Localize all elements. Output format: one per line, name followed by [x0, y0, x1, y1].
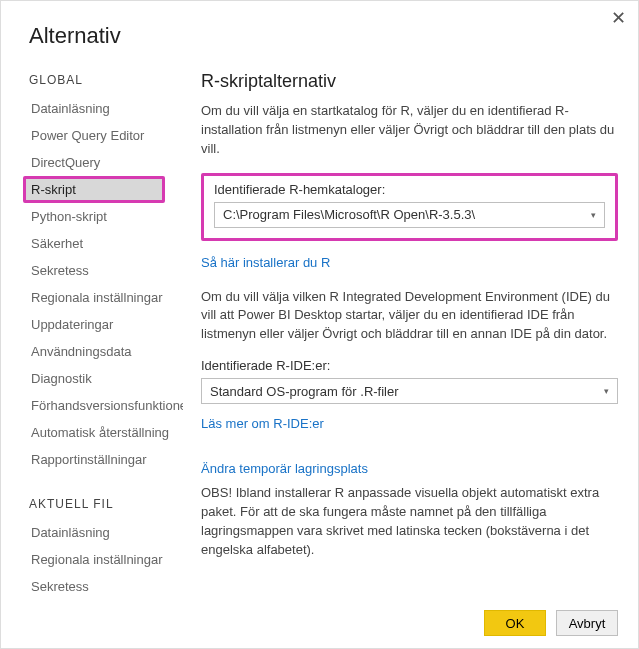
sidebar-item-diagnostik[interactable]: Diagnostik	[23, 365, 183, 392]
r-ide-label: Identifierade R-IDE:er:	[201, 358, 618, 373]
r-home-dropdown[interactable]: C:\Program Files\Microsoft\R Open\R-3.5.…	[214, 202, 605, 228]
sidebar-item-sakerhet[interactable]: Säkerhet	[23, 230, 183, 257]
r-home-highlight: Identifierade R-hemkataloger: C:\Program…	[201, 173, 618, 241]
sidebar-header-global: GLOBAL	[29, 73, 183, 87]
install-r-link[interactable]: Så här installerar du R	[201, 255, 330, 270]
sidebar-item-uppdateringar[interactable]: Uppdateringar	[23, 311, 183, 338]
note-text: OBS! Ibland installerar R anpassade visu…	[201, 484, 618, 559]
r-ide-dropdown[interactable]: Standard OS-program för .R-filer ▾	[201, 378, 618, 404]
r-home-label: Identifierade R-hemkataloger:	[214, 182, 605, 197]
sidebar-item-python-skript[interactable]: Python-skript	[23, 203, 183, 230]
sidebar-item-datainlasning[interactable]: Datainläsning	[23, 95, 183, 122]
footer: OK Avbryt	[484, 610, 618, 636]
r-ide-link[interactable]: Läs mer om R-IDE:er	[201, 416, 324, 431]
dialog-title: Alternativ	[1, 1, 638, 67]
desc-ide: Om du vill välja vilken R Integrated Dev…	[201, 288, 618, 345]
sidebar-item-directquery[interactable]: DirectQuery	[23, 149, 183, 176]
sidebar-header-current: AKTUELL FIL	[29, 497, 183, 511]
desc-startkatalog: Om du vill välja en startkatalog för R, …	[201, 102, 618, 159]
sidebar-item-autoaterstallning[interactable]: Automatisk återställning	[23, 419, 183, 446]
sidebar-item-sekretess[interactable]: Sekretess	[23, 257, 183, 284]
ok-button[interactable]: OK	[484, 610, 546, 636]
r-home-value: C:\Program Files\Microsoft\R Open\R-3.5.…	[223, 207, 475, 222]
chevron-down-icon: ▾	[591, 210, 596, 220]
sidebar-item-cur-regionala[interactable]: Regionala inställningar	[23, 546, 183, 573]
sidebar-item-cur-datainlasning[interactable]: Datainläsning	[23, 519, 183, 546]
page-title: R-skriptalternativ	[201, 71, 618, 92]
close-icon[interactable]: ✕	[611, 9, 626, 27]
r-ide-value: Standard OS-program för .R-filer	[210, 384, 399, 399]
temp-storage-link[interactable]: Ändra temporär lagringsplats	[201, 461, 368, 476]
sidebar-item-power-query[interactable]: Power Query Editor	[23, 122, 183, 149]
sidebar-item-anvandningsdata[interactable]: Användningsdata	[23, 338, 183, 365]
sidebar-item-cur-sekretess[interactable]: Sekretess	[23, 573, 183, 599]
chevron-down-icon: ▾	[604, 386, 609, 396]
sidebar-item-rapportinstallningar[interactable]: Rapportinställningar	[23, 446, 183, 473]
cancel-button[interactable]: Avbryt	[556, 610, 618, 636]
sidebar: GLOBAL Datainläsning Power Query Editor …	[1, 67, 183, 599]
sidebar-item-r-skript[interactable]: R-skript	[23, 176, 165, 203]
sidebar-item-regionala[interactable]: Regionala inställningar	[23, 284, 183, 311]
main-panel: R-skriptalternativ Om du vill välja en s…	[183, 67, 638, 599]
sidebar-item-forhands[interactable]: Förhandsversionsfunktioner	[23, 392, 183, 419]
